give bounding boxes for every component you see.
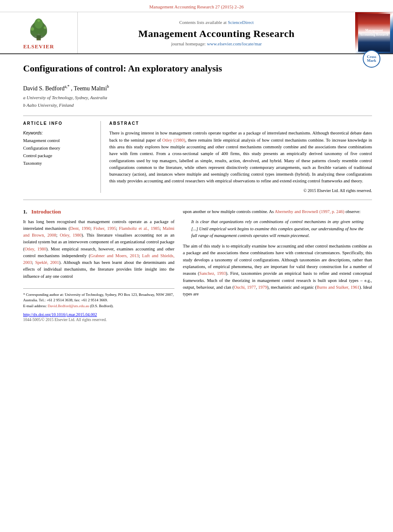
svg-point-4	[39, 28, 47, 36]
sciencedirect-link[interactable]: ScienceDirect	[228, 20, 254, 25]
abstract-text: There is growing interest in how managem…	[109, 130, 372, 184]
copyright-text: © 2015 Elsevier Ltd. All rights reserved…	[109, 188, 372, 193]
keywords-label: Keywords:	[23, 131, 94, 135]
intro-para1: It has long been recognised that managem…	[23, 219, 174, 280]
journal-url-link[interactable]: www.elsevier.com/locate/mar	[207, 41, 262, 46]
journal-citation-link[interactable]: Management Accounting Research 27 (2015)…	[149, 4, 244, 9]
abstract-heading: ABSTRACT	[109, 121, 372, 126]
journal-cover: Management Accounting Research	[355, 12, 393, 53]
page: Management Accounting Research 27 (2015)…	[0, 0, 393, 532]
otley1980b-link[interactable]: Otley, 1980	[25, 247, 46, 251]
contents-line: Contents lists available at ScienceDirec…	[179, 20, 253, 25]
svg-point-8	[37, 19, 40, 22]
author1-sup: a,*	[64, 84, 69, 89]
cover-title-text: Management Accounting Research	[360, 29, 388, 37]
spekle2001-link[interactable]: Speklé, 2001	[35, 260, 59, 265]
footnote-email: E-mail address: David.Bedford@uts.edu.au…	[23, 303, 174, 309]
flamholtz1985-link[interactable]: Flamholtz et al., 1985	[119, 226, 160, 231]
ouchi1977-link[interactable]: Ouchi, 1977	[234, 285, 256, 290]
elsevier-label: ELSEVIER	[23, 43, 54, 50]
keyword-2: Configuration theory	[23, 145, 94, 152]
author1-name: David S. Bedford	[23, 85, 64, 91]
dent1990-link[interactable]: Dent, 1990	[70, 226, 90, 231]
doi-link[interactable]: http://dx.doi.org/10.1016/j.mar.2015.04.…	[23, 312, 97, 317]
homepage-prefix: journal homepage:	[171, 41, 207, 46]
author2-name: , Teemu Malmi	[71, 85, 107, 91]
email-link[interactable]: David.Bedford@uts.edu.au	[47, 304, 89, 308]
svg-point-6	[31, 27, 34, 31]
footnote-section: * Corresponding author at: University of…	[23, 288, 174, 309]
email-label: E-mail address:	[23, 304, 47, 308]
divider1	[23, 116, 372, 116]
otley-1980-link[interactable]: Otley (1980)	[162, 138, 185, 142]
doi-link-text: http://dx.doi.org/10.1016/j.mar.2015.04.…	[23, 312, 174, 317]
affil2: b Aalto University, Finland	[23, 102, 372, 109]
keyword-list: Management control Configuration theory …	[23, 137, 94, 167]
keyword-1: Management control	[23, 137, 94, 145]
article-info-heading: ARTICLE INFO	[23, 121, 94, 126]
main-body: 1. Introduction It has long been recogni…	[23, 208, 372, 322]
journal-title: Management Accounting Research	[138, 28, 295, 40]
introduction-link[interactable]: Introduction	[32, 208, 61, 215]
ouchi1979-link[interactable]: 1979	[258, 285, 267, 290]
email-suffix: (D.S. Bedford).	[90, 304, 113, 308]
blockquote: It is clear that organizations rely on c…	[191, 219, 364, 240]
right-para1: upon another or how multiple controls co…	[183, 208, 372, 215]
paper-title: Configurations of control: An explorator…	[23, 63, 222, 75]
divider2	[23, 200, 372, 200]
otley1980a-link[interactable]: Otley, 1980	[60, 233, 82, 237]
journal-header: ELSEVIER Contents lists available at Sci…	[0, 12, 393, 54]
issn-text: 1044-5005/© 2015 Elsevier Ltd. All right…	[23, 318, 174, 322]
top-bar: Management Accounting Research 27 (2015)…	[0, 0, 393, 12]
article-info-abstract: ARTICLE INFO Keywords: Management contro…	[23, 121, 372, 192]
crossmark[interactable]: CrossMark	[363, 50, 380, 68]
fisher1995-link[interactable]: Fisher, 1995	[93, 226, 116, 231]
footnote-star: * Corresponding author at: University of…	[23, 292, 174, 303]
authors-line: David S. Bedforda,* , Teemu Malmib	[23, 84, 372, 92]
paper-content: Configurations of control: An explorator…	[0, 54, 393, 334]
cover-box: Management Accounting Research	[358, 14, 390, 52]
section-1-heading: 1. Introduction	[23, 208, 174, 215]
doi-section: http://dx.doi.org/10.1016/j.mar.2015.04.…	[23, 312, 174, 322]
article-info-panel: ARTICLE INFO Keywords: Management contro…	[23, 121, 101, 192]
keyword-4: Taxonomy	[23, 160, 94, 167]
svg-point-7	[44, 26, 46, 29]
elsevier-logo-block: ELSEVIER	[0, 12, 78, 53]
right-para2: The aim of this study is to empirically …	[183, 243, 372, 298]
affil1: a University of Technology, Sydney, Aust…	[23, 94, 372, 102]
contents-prefix: Contents lists available at	[179, 20, 227, 25]
burns1961-link[interactable]: Burns and Stalker, 1961	[317, 285, 359, 290]
left-column: 1. Introduction It has long been recogni…	[23, 208, 174, 322]
grabner2013-link[interactable]: Grabner and Moers, 2013	[90, 253, 139, 258]
keyword-3: Control package	[23, 152, 94, 160]
sanchez1993-link[interactable]: Sanchez, 1993	[199, 271, 226, 276]
elsevier-tree-icon	[22, 18, 55, 42]
author2-sup: b	[107, 84, 109, 89]
abernethy1997-link[interactable]: Abernethy and Brownell (1997, p. 246)	[274, 209, 344, 214]
affiliations: a University of Technology, Sydney, Aust…	[23, 94, 372, 109]
crossmark-circle: CrossMark	[363, 50, 380, 68]
journal-center: Contents lists available at ScienceDirec…	[78, 12, 355, 53]
journal-url: journal homepage: www.elsevier.com/locat…	[171, 41, 262, 46]
abstract-panel: ABSTRACT There is growing interest in ho…	[109, 121, 372, 192]
right-column: upon another or how multiple controls co…	[183, 208, 372, 322]
section-num: 1.	[23, 208, 27, 215]
